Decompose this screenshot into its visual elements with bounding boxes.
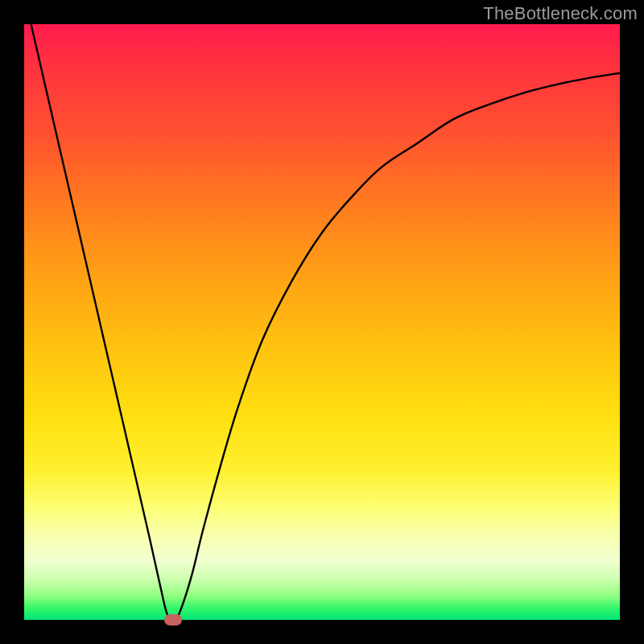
bottleneck-curve xyxy=(24,24,620,620)
plot-area xyxy=(24,24,620,620)
chart-frame: TheBottleneck.com xyxy=(0,0,644,644)
optimal-marker xyxy=(164,614,182,625)
watermark-text: TheBottleneck.com xyxy=(483,3,638,24)
